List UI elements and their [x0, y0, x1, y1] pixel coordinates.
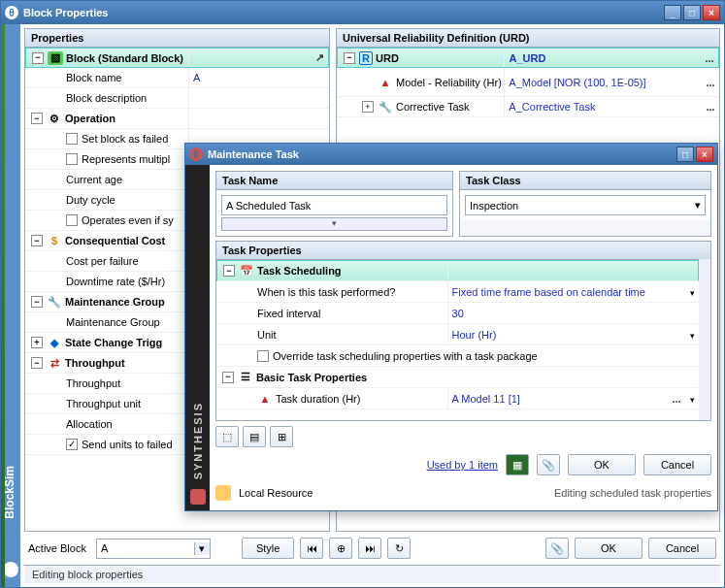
minimize-button[interactable]: _: [664, 5, 681, 20]
operates-even-label: Operates even if sy: [82, 214, 174, 226]
collapse-icon[interactable]: [31, 235, 43, 246]
float-brand-text: SYNTHESIS: [192, 402, 204, 479]
task-class-header: Task Class: [460, 172, 710, 190]
current-age-label: Current age: [66, 174, 122, 185]
task-class-select[interactable]: Inspection ▾: [465, 195, 706, 215]
properties-header: Properties: [25, 29, 329, 48]
task-name-input[interactable]: [221, 195, 447, 215]
operation-label: Operation: [65, 113, 115, 124]
checkbox-checked[interactable]: [66, 439, 78, 450]
collapse-icon[interactable]: [32, 52, 44, 64]
maint-group-item-label: Maintenance Group: [66, 316, 160, 328]
fixed-interval-value[interactable]: 30: [448, 308, 699, 319]
checkbox[interactable]: [66, 153, 78, 165]
unit-row[interactable]: Unit Hour (Hr): [216, 324, 699, 345]
ok-button[interactable]: OK: [575, 538, 643, 559]
float-maximize-button[interactable]: □: [676, 147, 694, 162]
override-label: Override task scheduling properties with…: [273, 350, 538, 362]
more-icon[interactable]: ...: [668, 393, 685, 405]
status-bar: Editing block properties: [24, 565, 720, 583]
nav-last-button[interactable]: ⏭: [358, 538, 381, 559]
basic-task-section[interactable]: ☰Basic Task Properties: [216, 367, 699, 388]
model-value[interactable]: A_Model [NOR (100, 1E-05)]: [505, 77, 702, 88]
block-desc-row[interactable]: Block description: [25, 88, 329, 109]
duty-cycle-label: Duty cycle: [66, 194, 115, 206]
collapse-icon[interactable]: [31, 113, 43, 124]
cancel-button[interactable]: Cancel: [648, 538, 716, 559]
local-resource-label: Local Resource: [239, 487, 313, 499]
float-close-button[interactable]: ×: [696, 147, 713, 162]
expand-icon[interactable]: [362, 101, 374, 113]
checkbox[interactable]: [66, 133, 78, 145]
float-statusbar: Local Resource Editing scheduled task pr…: [215, 481, 711, 505]
unit-value[interactable]: Hour (Hr): [448, 329, 685, 341]
task-icon: 🔧: [378, 100, 393, 114]
set-failed-label: Set block as failed: [82, 133, 168, 145]
collapse-icon[interactable]: [222, 372, 234, 383]
more-icon[interactable]: ...: [701, 52, 718, 64]
collapse-icon[interactable]: [344, 52, 355, 64]
attach-button[interactable]: 📎: [537, 454, 560, 475]
block-name-value[interactable]: A: [189, 72, 329, 83]
cost-per-failure-label: Cost per failure: [66, 255, 139, 267]
collapse-icon[interactable]: [223, 265, 235, 277]
nav-add-button[interactable]: ⊕: [329, 538, 352, 559]
chevron-down-icon[interactable]: [685, 393, 699, 405]
model-row[interactable]: ▲Model - Reliability (Hr) A_Model [NOR (…: [337, 68, 719, 97]
active-block-input[interactable]: [97, 539, 194, 558]
checkbox[interactable]: [66, 214, 78, 226]
collapse-icon[interactable]: [31, 357, 43, 369]
float-cancel-button[interactable]: Cancel: [643, 454, 711, 475]
when-row[interactable]: When is this task performed? Fixed time …: [216, 281, 699, 303]
task-class-value: Inspection: [470, 200, 518, 212]
tool-btn-2[interactable]: ▤: [243, 426, 266, 447]
chevron-down-icon[interactable]: ▾: [194, 542, 210, 555]
operation-section[interactable]: ⚙Operation: [25, 109, 329, 129]
block-name-row[interactable]: Block name A: [25, 68, 329, 88]
float-status-text: Editing scheduled task properties: [554, 487, 711, 499]
float-toolbar: ⬚ ▤ ⊞: [215, 425, 711, 448]
duration-value[interactable]: A Model 11 [1]: [448, 393, 668, 405]
task-name-dropdown[interactable]: [221, 217, 447, 231]
used-by-link[interactable]: Used by 1 item: [427, 459, 498, 471]
corrective-value[interactable]: A_Corrective Task: [505, 101, 702, 113]
urd-label: URD: [376, 52, 399, 64]
more-icon[interactable]: ...: [702, 101, 719, 113]
block-header-row[interactable]: ▧Block (Standard Block) ↗: [25, 48, 329, 68]
nav-first-button[interactable]: ⏮: [300, 538, 323, 559]
float-titlebar[interactable]: Maintenance Task □ ×: [185, 144, 717, 165]
urd-header: Universal Reliability Definition (URD): [337, 29, 719, 48]
override-row[interactable]: Override task scheduling properties with…: [216, 345, 699, 367]
duration-row[interactable]: ▲Task duration (Hr) A Model 11 [1] ...: [216, 388, 699, 409]
list-icon: ☰: [238, 371, 253, 384]
tool-btn-3[interactable]: ⊞: [270, 426, 293, 447]
close-button[interactable]: ×: [703, 5, 720, 20]
chip-button[interactable]: ▦: [506, 454, 529, 475]
fixed-interval-row[interactable]: Fixed interval 30: [216, 303, 699, 324]
corrective-row[interactable]: 🔧Corrective Task A_Corrective Task ...: [337, 97, 719, 117]
style-button[interactable]: Style: [242, 538, 294, 559]
more-icon[interactable]: ...: [702, 77, 719, 88]
checkbox[interactable]: [257, 350, 269, 362]
resource-icon: [215, 485, 231, 501]
send-units-label: Send units to failed: [82, 439, 173, 450]
block-desc-label: Block description: [66, 92, 147, 104]
float-ok-button[interactable]: OK: [568, 454, 636, 475]
chevron-down-icon[interactable]: [685, 329, 699, 341]
main-titlebar[interactable]: Block Properties _ □ ×: [1, 1, 724, 24]
active-block-combo[interactable]: ▾: [96, 539, 211, 559]
attach-button[interactable]: 📎: [545, 538, 569, 559]
when-value[interactable]: Fixed time frame based on calendar time: [448, 286, 685, 298]
urd-value[interactable]: A_URD: [505, 52, 701, 64]
urd-row[interactable]: RURD A_URD ...: [337, 48, 719, 68]
nav-refresh-button[interactable]: ↻: [387, 538, 411, 559]
block-header-icon[interactable]: ↗: [311, 51, 328, 64]
collapse-icon[interactable]: [31, 296, 43, 308]
task-scheduling-section[interactable]: 📅Task Scheduling: [216, 260, 699, 281]
model-label: Model - Reliability (Hr): [396, 77, 502, 88]
tool-btn-1[interactable]: ⬚: [215, 426, 239, 447]
maximize-button[interactable]: □: [683, 5, 701, 20]
chevron-down-icon[interactable]: [685, 286, 699, 298]
expand-icon[interactable]: [31, 337, 43, 348]
chevron-down-icon[interactable]: ▾: [695, 199, 701, 212]
